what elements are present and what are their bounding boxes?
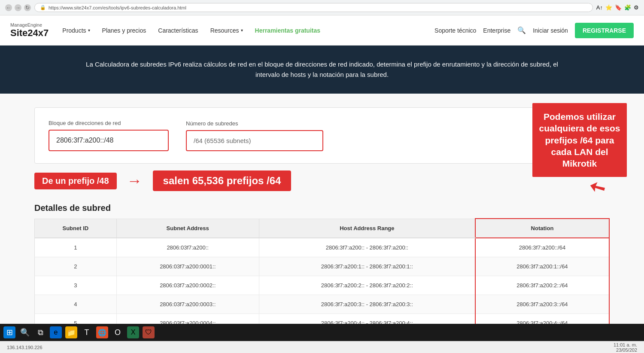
content-wrapper: Podemos utilizar cualquiera de esos pref… <box>34 107 610 333</box>
col-subnet-id: Subnet ID <box>35 219 117 238</box>
search-icon[interactable]: 🔍 <box>517 26 526 34</box>
network-block-input[interactable] <box>49 130 169 151</box>
cell-subnet-address: 2806:03f7:a200:: <box>116 238 259 257</box>
browser-action-icons: A↑ ⭐ 🔖 🧩 ⚙ <box>596 4 639 11</box>
app2-icon[interactable]: 🌐 <box>96 326 108 338</box>
url-bar[interactable]: 🔒 https://www.site24x7.com/es/tools/ipv6… <box>34 3 593 12</box>
app1-icon[interactable]: T <box>81 326 93 338</box>
arrow-icon: → <box>127 172 143 190</box>
chevron-down-icon: ▾ <box>88 28 90 33</box>
lock-icon: 🔒 <box>40 5 46 10</box>
logo-top-text: ManageEngine <box>10 22 49 27</box>
app5-icon[interactable]: 🛡 <box>143 326 155 338</box>
cell-notation: 2806:3f7:a200:3::/64 <box>475 295 609 314</box>
cell-subnet-address: 2806:03f7:a200:0002:: <box>116 276 259 295</box>
cell-subnet-id: 2 <box>35 257 117 276</box>
forward-button[interactable]: → <box>15 4 21 11</box>
cell-subnet-id: 4 <box>35 295 117 314</box>
cell-subnet-id: 1 <box>35 238 117 257</box>
search-taskbar-icon[interactable]: 🔍 <box>19 326 31 338</box>
hero-banner: La Calculadora de subredes IPv6 realiza … <box>0 46 644 94</box>
folder-icon[interactable]: 📁 <box>65 326 77 338</box>
annotations-row: De un prefijo /48 → salen 65,536 prefijo… <box>34 164 610 195</box>
cell-host-range: 2806:3f7:a200:: - 2806:3f7:a200:: <box>259 238 475 257</box>
status-datetime: 11:01 a. m. 23/05/202 <box>614 342 637 347</box>
windows-icon[interactable]: ⊞ <box>3 326 15 338</box>
prefix-annotation: De un prefijo /48 <box>34 173 117 189</box>
cell-host-range: 2806:3f7:a200:2:: - 2806:3f7:a200:2:: <box>259 276 475 295</box>
nav-actions: Soporte técnico Enterprise 🔍 Iniciar ses… <box>434 23 634 38</box>
url-text: https://www.site24x7.com/es/tools/ipv6-s… <box>49 5 186 10</box>
nav-herramientas[interactable]: Herramientas gratuitas <box>255 27 321 34</box>
taskview-icon[interactable]: ⧉ <box>34 326 46 338</box>
logo-bottom-text: Site24x7 <box>10 27 49 39</box>
register-button[interactable]: REGISTRARSE <box>575 23 634 38</box>
browser-controls: ← → ↻ <box>5 4 31 11</box>
col-host-range: Host Address Range <box>259 219 475 238</box>
nav-resources[interactable]: Resources ▾ <box>210 27 243 34</box>
main-content: Podemos utilizar cualquiera de esos pref… <box>0 94 644 347</box>
back-button[interactable]: ← <box>5 4 12 11</box>
table-row: 22806:03f7:a200:0001::2806:3f7:a200:1:: … <box>35 257 610 276</box>
status-ip: 136.143.190.226 <box>7 345 43 347</box>
nav-planes[interactable]: Planes y precios <box>102 27 146 34</box>
calculator-form: Bloque de direcciones de red Número de s… <box>34 107 610 164</box>
subnet-table: Subnet ID Subnet Address Host Address Ra… <box>34 218 610 333</box>
network-block-group: Bloque de direcciones de red <box>49 120 169 151</box>
logo[interactable]: ManageEngine Site24x7 <box>10 22 49 39</box>
status-bar: 136.143.190.226 11:01 a. m. 23/05/202 <box>0 341 644 347</box>
table-header-row: Subnet ID Subnet Address Host Address Ra… <box>35 219 610 238</box>
nav-links: Products ▾ Planes y precios Característi… <box>62 27 421 34</box>
tooltip-box: Podemos utilizar cualquiera de esos pref… <box>532 103 627 177</box>
edge-icon[interactable]: e <box>50 326 62 338</box>
cell-notation: 2806:3f7:a200:2::/64 <box>475 276 609 295</box>
status-time: 11:01 a. m. <box>614 342 637 347</box>
taskbar: ⊞ 🔍 ⧉ e 📁 T 🌐 O X 🛡 <box>0 324 644 341</box>
subnet-count-input[interactable] <box>186 130 323 151</box>
network-block-label: Bloque de direcciones de red <box>49 120 169 126</box>
nav-enterprise[interactable]: Enterprise <box>483 27 510 34</box>
result-annotation: salen 65,536 prefijos /64 <box>153 170 292 191</box>
table-row: 12806:03f7:a200::2806:3f7:a200:: - 2806:… <box>35 238 610 257</box>
nav-caracteristicas[interactable]: Características <box>158 27 198 34</box>
cell-subnet-address: 2806:03f7:a200:0001:: <box>116 257 259 276</box>
cell-notation: 2806:3f7:a200::/64 <box>475 238 609 257</box>
app3-icon[interactable]: O <box>112 326 124 338</box>
hero-text: La Calculadora de subredes IPv6 realiza … <box>86 59 558 80</box>
subnet-count-group: Número de subredes <box>186 120 323 151</box>
subnet-count-label: Número de subredes <box>186 120 323 127</box>
col-subnet-address: Subnet Address <box>116 219 259 238</box>
nav-products[interactable]: Products ▾ <box>62 27 90 34</box>
login-button[interactable]: Iniciar sesión <box>533 27 568 34</box>
table-row: 32806:03f7:a200:0002::2806:3f7:a200:2:: … <box>35 276 610 295</box>
navbar: ManageEngine Site24x7 Products ▾ Planes … <box>0 15 644 46</box>
col-notation: Notation <box>475 219 609 238</box>
app4-icon[interactable]: X <box>127 326 139 338</box>
section-heading: Detalles de subred <box>34 203 610 213</box>
nav-soporte[interactable]: Soporte técnico <box>434 27 476 34</box>
browser-bar: ← → ↻ 🔒 https://www.site24x7.com/es/tool… <box>0 0 644 15</box>
chevron-down-icon-resources: ▾ <box>241 28 243 33</box>
refresh-button[interactable]: ↻ <box>24 4 31 11</box>
cell-subnet-address: 2806:03f7:a200:0003:: <box>116 295 259 314</box>
cell-host-range: 2806:3f7:a200:3:: - 2806:3f7:a200:3:: <box>259 295 475 314</box>
table-row: 42806:03f7:a200:0003::2806:3f7:a200:3:: … <box>35 295 610 314</box>
cell-subnet-id: 3 <box>35 276 117 295</box>
cell-notation: 2806:3f7:a200:1::/64 <box>475 257 609 276</box>
cell-host-range: 2806:3f7:a200:1:: - 2806:3f7:a200:1:: <box>259 257 475 276</box>
